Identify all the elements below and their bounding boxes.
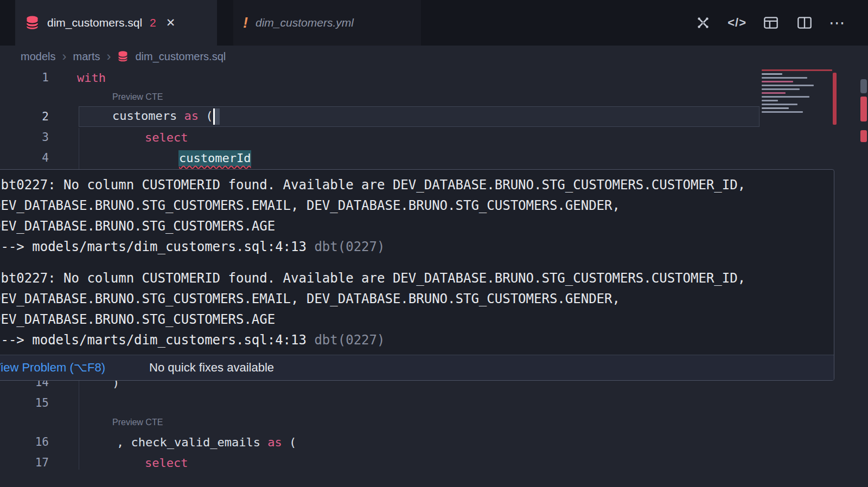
- sql-identifier: customers: [112, 109, 184, 123]
- split-editor-icon[interactable]: [795, 14, 814, 32]
- error-code-ref: dbt(0227): [314, 332, 385, 348]
- breadcrumb-file[interactable]: dim_customers.sql: [135, 50, 226, 63]
- line-number: 15: [0, 396, 49, 409]
- error-message-line: dbt0227: No column CUSTOMERID found. Ava…: [0, 268, 829, 289]
- minimap-line: [762, 111, 803, 113]
- error-hover-tooltip: dbt0227: No column CUSTOMERID found. Ava…: [0, 169, 834, 381]
- scrollbar-thumb[interactable]: [860, 79, 867, 93]
- breadcrumb-models[interactable]: models: [21, 50, 55, 63]
- line-number: 3: [0, 131, 49, 144]
- tab-title: dim_customers.sql: [47, 16, 142, 29]
- error-message-line: DEV_DATABASE.BRUNO.STG_CUSTOMERS.EMAIL, …: [0, 195, 829, 216]
- minimap-line: [762, 104, 797, 105]
- chevron-right-icon: ›: [106, 51, 111, 62]
- sql-keyword: as: [267, 435, 282, 449]
- tab-dim-customers-yml[interactable]: ! dim_customers.yml: [233, 0, 421, 46]
- error-message-line: DEV_DATABASE.BRUNO.STG_CUSTOMERS.AGE: [0, 216, 829, 236]
- tab-bar: dim_customers.sql 2 ✕ ! dim_customers.ym…: [0, 0, 868, 46]
- chevron-right-icon: ›: [62, 51, 66, 62]
- code-lens-row: Preview CTE: [0, 88, 868, 106]
- line-number: 4: [0, 151, 49, 164]
- tab-dim-customers-sql[interactable]: dim_customers.sql 2 ✕: [15, 0, 217, 46]
- error-location-line: --> models/marts/dim_customers.sql:4:13 …: [0, 236, 829, 257]
- minimap-error-marker: [833, 73, 837, 125]
- minimap[interactable]: [762, 69, 833, 131]
- code-line-4[interactable]: 4 customerId: [0, 148, 868, 168]
- error-token-customerid[interactable]: customerId: [178, 150, 251, 166]
- code-line-2[interactable]: 2 customers as (: [0, 106, 868, 127]
- code-line-17[interactable]: 17 select: [0, 452, 868, 473]
- code-line-16[interactable]: 16 , check_valid_emails as (: [0, 432, 868, 452]
- code-lens-row: Preview CTE: [0, 413, 868, 432]
- error-file-location: --> models/marts/dim_customers.sql:4:13: [0, 239, 314, 254]
- sql-identifier: , check_valid_emails: [117, 435, 267, 449]
- execute-sql-icon[interactable]: [694, 14, 712, 32]
- error-code-ref: dbt(0227): [314, 239, 385, 254]
- breadcrumb: models › marts › dim_customers.sql: [0, 46, 868, 67]
- sql-keyword: select: [145, 456, 188, 470]
- sql-keyword: as: [184, 109, 199, 123]
- minimap-line: [762, 85, 814, 86]
- hover-footer: View Problem (⌥F8) No quick fixes availa…: [0, 355, 834, 380]
- bracket-match-highlight: [215, 108, 220, 125]
- line-number: 2: [0, 110, 49, 123]
- code-lens-preview-cte[interactable]: Preview CTE: [112, 418, 163, 427]
- code-line-1[interactable]: 1 with: [0, 67, 868, 88]
- error-block-2: dbt0227: No column CUSTOMERID found. Ava…: [0, 268, 829, 350]
- error-block-1: dbt0227: No column CUSTOMERID found. Ava…: [0, 175, 829, 257]
- code-line-15[interactable]: 15: [0, 393, 868, 413]
- dbt-file-icon: [117, 50, 129, 63]
- sql-punctuation: (: [199, 109, 213, 123]
- minimap-line: [762, 107, 789, 109]
- code-lens-preview-cte[interactable]: Preview CTE: [112, 92, 163, 102]
- sql-keyword: with: [77, 71, 106, 85]
- view-problem-link[interactable]: View Problem (⌥F8): [0, 361, 105, 375]
- minimap-line: [762, 100, 778, 101]
- minimap-error-line: [762, 69, 832, 71]
- minimap-line: [762, 77, 807, 79]
- code-area: 1 with Preview CTE 2 customers as ( 3 se…: [0, 67, 868, 168]
- line-number: 16: [0, 435, 49, 448]
- minimap-line: [762, 92, 786, 94]
- minimap-line: [762, 88, 800, 90]
- dbt-file-icon: [25, 15, 40, 31]
- query-results-table-icon[interactable]: [762, 14, 780, 32]
- compiled-code-icon[interactable]: </>: [727, 16, 746, 30]
- ruler-error-mark: [860, 130, 867, 142]
- no-quick-fixes-text: No quick fixes available: [149, 361, 274, 375]
- error-mark-icon: !: [243, 15, 248, 31]
- error-message-line: dbt0227: No column CUSTOMERID found. Ava…: [0, 175, 829, 195]
- error-message-line: DEV_DATABASE.BRUNO.STG_CUSTOMERS.AGE: [0, 309, 829, 330]
- error-location-line: --> models/marts/dim_customers.sql:4:13 …: [0, 330, 829, 350]
- error-file-location: --> models/marts/dim_customers.sql:4:13: [0, 332, 314, 348]
- breadcrumb-marts[interactable]: marts: [73, 50, 100, 63]
- problems-count-badge: 2: [150, 16, 156, 29]
- close-icon[interactable]: ✕: [166, 16, 176, 29]
- minimap-line: [762, 96, 809, 98]
- sql-keyword: select: [145, 131, 188, 144]
- tab-title: dim_customers.yml: [256, 16, 354, 29]
- code-line-3[interactable]: 3 select: [0, 127, 868, 148]
- editor-actions-toolbar: </> ⋯: [694, 0, 868, 46]
- code-area-lower: 14 ) 15 Preview CTE 16 , check_valid_ema…: [0, 372, 868, 473]
- minimap-line: [762, 81, 793, 82]
- overview-ruler: [860, 69, 867, 395]
- error-messages: dbt0227: No column CUSTOMERID found. Ava…: [0, 170, 834, 355]
- line-number: 1: [0, 71, 49, 84]
- sql-punctuation: (: [282, 435, 297, 449]
- vscode-window: dim_customers.sql 2 ✕ ! dim_customers.ym…: [0, 0, 868, 487]
- line-number: 17: [0, 456, 49, 469]
- ruler-error-mark: [860, 97, 867, 121]
- error-message-line: DEV_DATABASE.BRUNO.STG_CUSTOMERS.EMAIL, …: [0, 289, 829, 309]
- minimap-line: [762, 73, 782, 75]
- more-actions-icon[interactable]: ⋯: [829, 20, 845, 25]
